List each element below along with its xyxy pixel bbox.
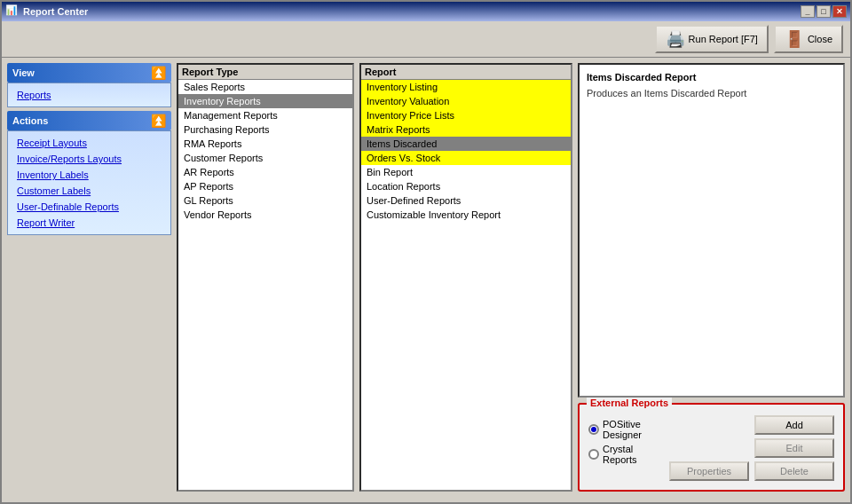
window-title: Report Center: [23, 6, 88, 17]
sidebar-item-receipt-layouts[interactable]: Receipt Layouts: [8, 135, 170, 151]
actions-section-header: Actions ⏫: [7, 111, 171, 130]
list-item[interactable]: Vendor Reports: [178, 208, 352, 222]
title-bar-buttons: _ □ ✕: [801, 5, 847, 18]
sidebar-item-user-definable[interactable]: User-Definable Reports: [8, 199, 170, 215]
list-item[interactable]: Items Discarded: [361, 137, 571, 151]
view-section-body: Reports: [7, 83, 171, 107]
list-item[interactable]: GL Reports: [178, 193, 352, 208]
list-item[interactable]: Customer Reports: [178, 151, 352, 165]
close-icon: 🚪: [785, 29, 804, 49]
main-window: 📊 Report Center _ □ ✕ 🖨️ Run Report [F7]…: [0, 0, 852, 504]
radio-crystal-reports-circle: [588, 449, 599, 460]
window-icon: 📊: [5, 4, 20, 19]
actions-expand-icon[interactable]: ⏫: [151, 114, 166, 128]
sidebar-item-invoice-layouts[interactable]: Invoice/Reports Layouts: [8, 151, 170, 167]
radio-crystal-reports[interactable]: Crystal Reports: [588, 444, 660, 465]
report-list: Inventory Listing Inventory Valuation In…: [361, 80, 571, 490]
description-title: Items Discarded Report: [587, 72, 836, 83]
actions-section: Actions ⏫ Receipt Layouts Invoice/Report…: [7, 111, 171, 235]
edit-button[interactable]: Edit: [754, 438, 834, 458]
list-item[interactable]: AP Reports: [178, 179, 352, 193]
run-report-icon: 🖨️: [666, 29, 685, 49]
radio-group: POSitive Designer Crystal Reports: [588, 419, 660, 474]
list-item[interactable]: Inventory Price Lists: [361, 108, 571, 122]
view-expand-icon[interactable]: ⏫: [151, 66, 166, 80]
sidebar-item-report-writer[interactable]: Report Writer: [8, 215, 170, 231]
list-item[interactable]: Orders Vs. Stock: [361, 151, 571, 165]
list-item[interactable]: Bin Report: [361, 165, 571, 179]
report-type-header: Report Type: [178, 65, 352, 80]
description-area: Items Discarded Report Produces an Items…: [578, 63, 845, 398]
center-panels: Report Type Sales Reports Inventory Repo…: [177, 63, 845, 492]
external-reports-label: External Reports: [587, 398, 672, 408]
list-item[interactable]: RMA Reports: [178, 137, 352, 151]
actions-section-body: Receipt Layouts Invoice/Reports Layouts …: [7, 130, 171, 235]
bottom-bar: [2, 497, 850, 502]
right-panel: Items Discarded Report Produces an Items…: [578, 63, 845, 492]
minimize-button[interactable]: _: [801, 5, 815, 18]
title-bar: 📊 Report Center _ □ ✕: [2, 2, 850, 21]
add-button[interactable]: Add: [754, 415, 834, 435]
properties-button[interactable]: Properties: [669, 461, 749, 481]
list-item[interactable]: User-Defined Reports: [361, 193, 571, 208]
view-label: View: [12, 67, 35, 78]
radio-positive-designer[interactable]: POSitive Designer: [588, 419, 660, 440]
sidebar-item-inventory-labels[interactable]: Inventory Labels: [8, 167, 170, 183]
external-reports-box: External Reports POSitive Designer Cryst…: [578, 403, 845, 492]
report-panel: Report Inventory Listing Inventory Valua…: [359, 63, 572, 492]
list-item[interactable]: Matrix Reports: [361, 122, 571, 137]
left-panel: View ⏫ Reports Actions ⏫ Receipt Layouts…: [7, 63, 171, 492]
window-close-button[interactable]: ✕: [832, 5, 847, 18]
toolbar: 🖨️ Run Report [F7] 🚪 Close: [2, 21, 850, 58]
list-item[interactable]: Sales Reports: [178, 80, 352, 94]
list-item[interactable]: Management Reports: [178, 108, 352, 122]
sidebar-item-customer-labels[interactable]: Customer Labels: [8, 183, 170, 199]
close-button[interactable]: 🚪 Close: [774, 25, 843, 53]
view-section-header: View ⏫: [7, 63, 171, 83]
radio-positive-designer-circle: [588, 424, 599, 435]
report-header: Report: [361, 65, 571, 80]
list-item[interactable]: Inventory Listing: [361, 80, 571, 94]
list-item[interactable]: Customizable Inventory Report: [361, 208, 571, 222]
sidebar-item-reports[interactable]: Reports: [8, 87, 170, 103]
description-text: Produces an Items Discarded Report: [587, 88, 836, 98]
list-item[interactable]: AR Reports: [178, 165, 352, 179]
view-section: View ⏫ Reports: [7, 63, 171, 107]
list-item[interactable]: Purchasing Reports: [178, 122, 352, 137]
main-content: View ⏫ Reports Actions ⏫ Receipt Layouts…: [2, 58, 850, 497]
list-item[interactable]: Inventory Reports: [178, 94, 352, 108]
run-report-button[interactable]: 🖨️ Run Report [F7]: [655, 25, 769, 53]
list-item[interactable]: Location Reports: [361, 179, 571, 193]
delete-button[interactable]: Delete: [754, 461, 834, 481]
report-type-panel: Report Type Sales Reports Inventory Repo…: [177, 63, 354, 492]
list-item[interactable]: Inventory Valuation: [361, 94, 571, 108]
report-type-list: Sales Reports Inventory Reports Manageme…: [178, 80, 352, 490]
maximize-button[interactable]: □: [816, 5, 831, 18]
actions-label: Actions: [12, 115, 48, 126]
